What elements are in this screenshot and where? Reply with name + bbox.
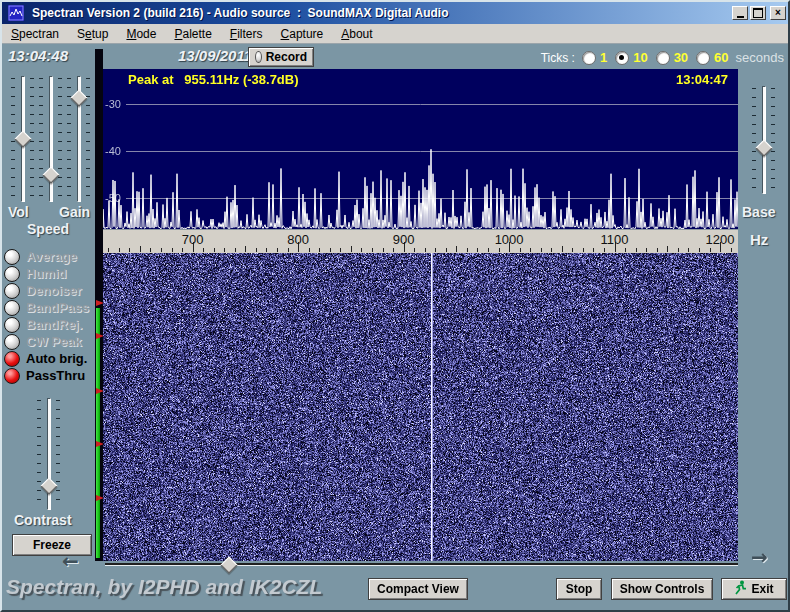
scale-tick (414, 248, 415, 252)
scale-tick (224, 248, 225, 252)
scale-tick (266, 248, 267, 252)
gain-slider[interactable] (66, 74, 91, 204)
scale-tick (477, 248, 478, 252)
led-indicator (4, 351, 20, 367)
scale-tick (467, 248, 468, 252)
offset-slider-thumb[interactable] (220, 557, 237, 574)
toggle-label: BandRej. (26, 317, 82, 332)
minimize-button[interactable] (732, 6, 748, 20)
scale-tick (277, 248, 278, 252)
vol-label: Vol (8, 204, 29, 220)
menu-item-mode[interactable]: Mode (117, 25, 165, 43)
scale-label-1100: 1100 (598, 232, 632, 247)
show-controls-button[interactable]: Show Controls (611, 578, 713, 600)
close-button[interactable]: × (770, 6, 786, 20)
scale-tick (593, 248, 594, 252)
ticks-option-1[interactable]: 1 (582, 50, 607, 65)
spectrum-clock: 13:04:47 (676, 72, 728, 87)
frequency-offset-slider[interactable] (103, 556, 740, 574)
scale-tick (361, 248, 362, 252)
toggle-label: Denoiser (26, 283, 82, 298)
toggle-label: PassThru (26, 368, 85, 383)
scale-label-1200: 1200 (703, 232, 737, 247)
led-indicator (4, 368, 20, 384)
compact-view-button[interactable]: Compact View (368, 578, 468, 600)
scale-tick (309, 248, 310, 252)
scale-label-900: 900 (387, 232, 421, 247)
record-circle-icon (255, 51, 262, 63)
ticks-interval-group: Ticks : 1103060 seconds (541, 50, 784, 65)
scale-tick (456, 246, 457, 252)
scale-tick (646, 248, 647, 252)
toggle-passthru[interactable]: PassThru (4, 368, 102, 383)
scale-tick (562, 246, 563, 252)
toggle-denoiser[interactable]: Denoiser (4, 283, 102, 298)
peak-readout: Peak at 955.11Hz (-38.7dB) (128, 72, 299, 87)
base-slider-thumb[interactable] (755, 139, 772, 156)
ticks-option-label: 30 (674, 50, 688, 65)
menu-item-spectran[interactable]: Spectran (2, 25, 68, 43)
menu-item-capture[interactable]: Capture (272, 25, 333, 43)
right-arrow-icon[interactable]: → (751, 545, 768, 569)
toggle-auto-brig[interactable]: Auto brig. (4, 351, 102, 366)
contrast-slider-thumb[interactable] (40, 478, 57, 495)
gain-slider-thumb[interactable] (70, 89, 87, 106)
ticks-option-10[interactable]: 10 (615, 50, 647, 65)
toggle-cw-peak[interactable]: CW Peak (4, 334, 102, 349)
ticks-option-30[interactable]: 30 (656, 50, 688, 65)
ticks-option-label: 60 (714, 50, 728, 65)
menu-item-palette[interactable]: Palette (165, 25, 220, 43)
filter-toggle-list: AverageHumidDenoiserBandPassBandRej.CW P… (4, 249, 102, 385)
scale-tick (636, 248, 637, 252)
scale-tick (731, 248, 732, 252)
vol-slider-thumb[interactable] (14, 131, 31, 148)
base-slider[interactable] (751, 84, 776, 196)
toggle-humid[interactable]: Humid (4, 266, 102, 281)
ticks-options: 1103060 (582, 50, 729, 65)
stop-button[interactable]: Stop (556, 578, 602, 600)
hz-unit-label: Hz (750, 231, 768, 248)
scale-tick (657, 248, 658, 252)
radio-icon (615, 51, 629, 65)
slider-groove (105, 563, 738, 566)
scale-tick (182, 248, 183, 252)
scale-tick (710, 248, 711, 252)
toggle-label: BandPass (26, 300, 89, 315)
menu-item-filters[interactable]: Filters (221, 25, 272, 43)
scale-tick (383, 248, 384, 252)
scale-tick (203, 248, 204, 252)
spectrum-canvas (103, 69, 738, 229)
credit-text: Spectran, by I2PHD and IK2CZL (6, 575, 322, 599)
led-indicator (4, 283, 20, 299)
left-arrow-icon[interactable]: ← (62, 549, 79, 573)
record-label: Record (266, 50, 307, 64)
ticks-unit-label: seconds (736, 50, 784, 65)
toggle-label: Average (26, 249, 77, 264)
record-button[interactable]: Record (248, 47, 314, 67)
scale-tick (256, 248, 257, 252)
contrast-slider[interactable] (36, 396, 61, 512)
menu-item-setup[interactable]: Setup (68, 25, 117, 43)
scale-tick (435, 248, 436, 252)
toggle-bandpass[interactable]: BandPass (4, 300, 102, 315)
scale-tick (541, 248, 542, 252)
speed-slider-thumb[interactable] (42, 167, 59, 184)
ticks-option-60[interactable]: 60 (696, 50, 728, 65)
maximize-button[interactable] (750, 6, 766, 20)
menu-item-about[interactable]: About (332, 25, 381, 43)
scale-tick (530, 248, 531, 252)
workspace: 13:04:48 13/09/2011 Record Ticks : 11030… (2, 44, 788, 610)
scale-tick (129, 248, 130, 252)
toggle-average[interactable]: Average (4, 249, 102, 264)
exit-label: Exit (751, 582, 773, 596)
vol-slider[interactable] (10, 74, 35, 204)
radio-icon (656, 51, 670, 65)
freeze-button[interactable]: Freeze (12, 534, 92, 556)
toggle-bandrej[interactable]: BandRej. (4, 317, 102, 332)
speed-slider[interactable] (38, 74, 63, 204)
exit-button[interactable]: Exit (721, 578, 787, 600)
led-indicator (4, 300, 20, 316)
window-title: Spectran Version 2 (build 216) - Audio s… (32, 6, 732, 20)
toggle-label: Humid (26, 266, 66, 281)
window-controls: × (732, 6, 786, 20)
